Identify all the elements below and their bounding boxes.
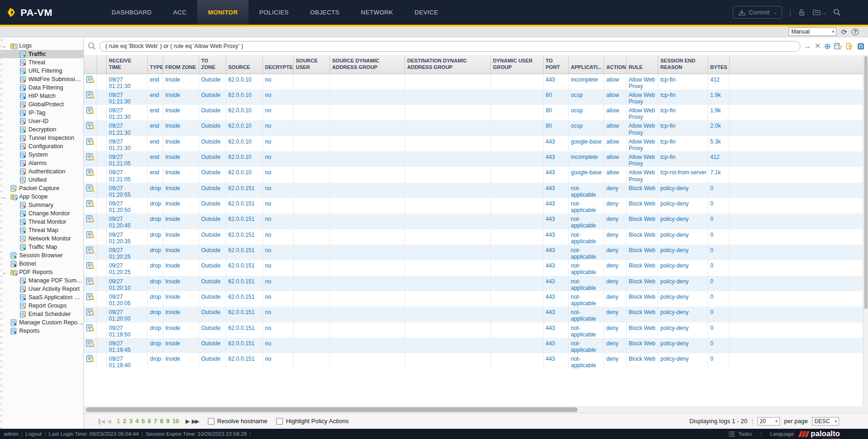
cell-bytes[interactable]: 0 [708,291,729,307]
global-search-icon[interactable] [833,8,841,16]
cell-rule[interactable]: Allow Web Proxy [626,136,658,151]
cell-rule[interactable]: Allow Web Proxy [626,74,658,89]
vertical-scrollbar-thumb[interactable] [864,56,868,309]
cell-applicati[interactable]: not-applicable [568,260,604,275]
chevron-down-icon[interactable]: ⌄ [2,43,10,48]
log-detail-icon[interactable] [84,198,96,213]
tab-network[interactable]: NETWORK [350,0,404,25]
tab-acc[interactable]: ACC [163,0,198,25]
cell-from-zone[interactable]: Inside [163,291,199,307]
column-header-to-port[interactable]: TO PORT [543,55,568,74]
cell-to-port[interactable]: 80 [543,105,568,120]
cell-rule[interactable]: Block Web [626,353,658,369]
cell-action[interactable]: allow [604,105,626,120]
logout-link[interactable]: Logout [25,431,41,437]
cell-source[interactable]: 62.0.0.151 [226,213,262,229]
cell-to-zone[interactable]: Outside [199,276,226,291]
cell-type[interactable]: end [147,120,163,136]
cell-to-zone[interactable]: Outside [199,260,226,275]
cell-decrypted[interactable]: no [262,260,293,275]
cell-session-end-reason[interactable]: policy-deny [658,353,708,369]
cell-source[interactable]: 62.0.0.151 [226,307,262,322]
sidebar-item-threat-monitor[interactable]: Threat Monitor [0,218,83,226]
column-header-source[interactable]: SOURCE [226,55,262,74]
log-detail-icon[interactable] [84,338,96,353]
commit-button[interactable]: Commit ⌄ [733,6,782,19]
cell-type[interactable]: drop [147,198,163,213]
cell-applicati[interactable]: not-applicable [568,291,604,307]
cell-to-zone[interactable]: Outside [199,353,226,369]
page-number-2[interactable]: 2 [123,418,126,425]
cell-type[interactable]: drop [147,322,163,338]
cell-action[interactable]: allow [604,89,626,105]
cell-type[interactable]: drop [147,291,163,307]
cell-to-port[interactable]: 443 [543,276,568,291]
cell-to-port[interactable]: 443 [543,213,568,229]
tab-device[interactable]: DEVICE [404,0,449,25]
cell-to-zone[interactable]: Outside [199,307,226,322]
cell-decrypted[interactable]: no [262,183,293,198]
export-logs-icon[interactable] [857,43,864,50]
log-detail-icon[interactable] [84,229,96,245]
cell-applicati[interactable]: ocsp [568,89,604,105]
cell-to-zone[interactable]: Outside [199,120,226,136]
lock-icon[interactable] [798,9,806,16]
cell-action[interactable]: deny [604,245,626,260]
cell-bytes[interactable]: 412 [708,151,729,167]
log-detail-icon[interactable] [84,167,96,182]
cell-action[interactable]: allow [604,151,626,167]
cell-rule[interactable]: Block Web [626,245,658,260]
tab-dashboard[interactable]: DASHBOARD [101,0,163,25]
column-header-source-user[interactable]: SOURCE USER [293,55,330,74]
cell-decrypted[interactable]: no [262,291,293,307]
cell-bytes[interactable]: 0 [708,229,729,245]
cell-rule[interactable]: Block Web [626,276,658,291]
cell-session-end-reason[interactable]: policy-deny [658,229,708,245]
cell-decrypted[interactable]: no [262,307,293,322]
cell-session-end-reason[interactable]: policy-deny [658,213,708,229]
cell-to-zone[interactable]: Outside [199,183,226,198]
cell-from-zone[interactable]: Inside [163,276,199,291]
cell-to-port[interactable]: 443 [543,322,568,338]
cell-to-port[interactable]: 443 [543,183,568,198]
cell-applicati[interactable]: not-applicable [568,338,604,353]
device-config-icon[interactable]: ⌄ [813,9,826,16]
cell-receive-time[interactable]: 09/27 01:20:00 [106,307,147,322]
cell-source[interactable]: 62.0.0.151 [226,198,262,213]
cell-action[interactable]: deny [604,276,626,291]
cell-receive-time[interactable]: 09/27 01:21:30 [106,136,147,151]
cell-type[interactable]: drop [147,338,163,353]
resolve-hostname-checkbox[interactable] [208,418,214,425]
cell-decrypted[interactable]: no [262,89,293,105]
cell-to-zone[interactable]: Outside [199,291,226,307]
tab-policies[interactable]: POLICIES [248,0,299,25]
cell-to-port[interactable]: 443 [543,291,568,307]
cell-rule[interactable]: Block Web [626,291,658,307]
cell-source[interactable]: 62.0.0.10 [226,167,262,182]
sidebar-item-app-scope[interactable]: ⌄App Scope [0,192,83,201]
cell-action[interactable]: deny [604,353,626,369]
cell-rule[interactable]: Allow Web Proxy [626,120,658,136]
cell-session-end-reason[interactable]: tcp-fin [658,151,708,167]
cell-bytes[interactable]: 0 [708,322,729,338]
sidebar-item-decryption[interactable]: Decryption [0,125,83,134]
sidebar-item-authentication[interactable]: Authentication [0,167,83,176]
cell-to-zone[interactable]: Outside [199,105,226,120]
cell-bytes[interactable]: 7.1k [708,167,729,182]
refresh-mode-select[interactable]: Manual ▾ [789,27,836,36]
cell-session-end-reason[interactable]: policy-deny [658,291,708,307]
cell-from-zone[interactable]: Inside [163,322,199,338]
cell-decrypted[interactable]: no [262,276,293,291]
log-detail-icon[interactable] [84,353,96,369]
cell-to-port[interactable]: 443 [543,229,568,245]
clear-filter-icon[interactable]: ✕ [814,42,820,50]
cell-bytes[interactable]: 0 [708,276,729,291]
cell-from-zone[interactable]: Inside [163,151,199,167]
cell-session-end-reason[interactable]: policy-deny [658,276,708,291]
sidebar-item-email-scheduler[interactable]: Email Scheduler [0,310,83,318]
cell-to-port[interactable]: 80 [543,120,568,136]
column-header-type[interactable]: TYPE [147,55,163,74]
prev-page-icon[interactable]: ◀ [107,418,110,425]
cell-to-port[interactable]: 443 [543,198,568,213]
sidebar-item-botnet[interactable]: Botnet [0,260,83,268]
